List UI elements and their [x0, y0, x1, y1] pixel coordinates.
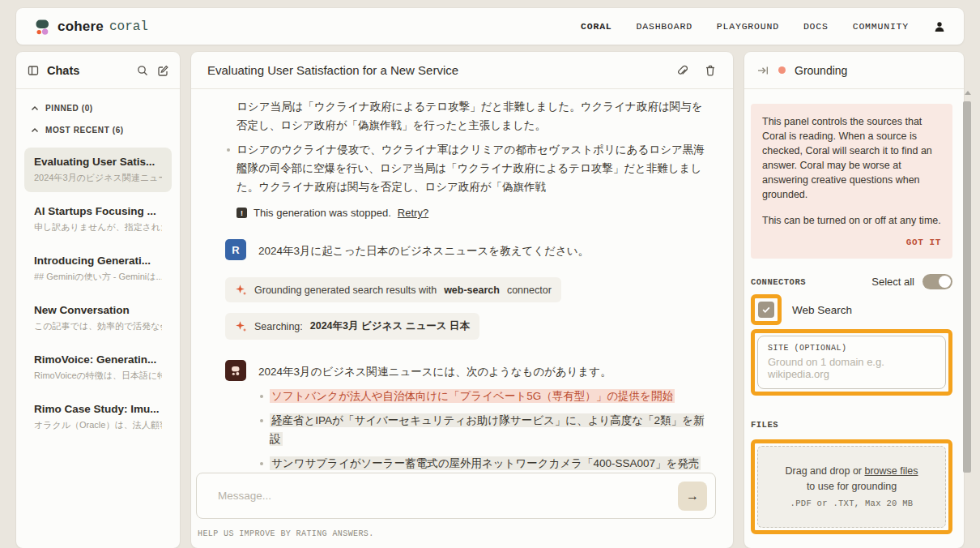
chat-item-subtitle: 2024年3月のビジネス関連ニュース...: [34, 172, 162, 184]
chat-item-title: RimoVoice: Generatin...: [34, 353, 162, 366]
trash-icon[interactable]: [704, 64, 717, 77]
truncated-message-list: ロシアのウクライナ侵攻で、ウクライナ軍はクリミアの都市セヴァストポリにあるロシア…: [225, 140, 714, 196]
cited-highlight[interactable]: ソフトバンクが法人や自治体向けに「プライベート5G（専有型）」の提供を開始: [270, 389, 675, 403]
chat-title: Evaluating User Satisfaction for a New S…: [207, 63, 658, 77]
section-pinned[interactable]: PINNED (0): [31, 104, 165, 113]
sparkle-icon: [235, 320, 247, 332]
dropzone-file-requirements: .PDF or .TXT, Max 20 MB: [765, 496, 939, 512]
grounding-tool-chip: Grounding generated search results with …: [225, 277, 561, 302]
chat-list-item[interactable]: New Conversation この記事では、効率的で活発な会...: [24, 296, 172, 340]
nav-docs[interactable]: DOCS: [803, 21, 829, 32]
section-label: MOST RECENT (6): [45, 126, 124, 135]
chat-list-item[interactable]: Rimo Case Study: Imu... オラクル（Oracle）は、法人…: [24, 395, 172, 439]
message-composer: →: [196, 473, 716, 519]
collapse-panel-icon[interactable]: [756, 64, 769, 77]
tool-text: Grounding generated search results with: [254, 285, 437, 296]
select-all-label: Select all: [871, 276, 914, 288]
chat-item-title: AI Startups Focusing ...: [34, 205, 162, 217]
tool-event-row: Grounding generated search results with …: [225, 277, 714, 302]
grounding-status-dot: [778, 66, 786, 74]
sidebar-title: Chats: [47, 64, 79, 77]
got-it-button[interactable]: GOT IT: [762, 235, 941, 250]
tool-connector-name: web-search: [444, 285, 500, 296]
coral-avatar-icon: [225, 360, 246, 381]
toggle-knob: [939, 276, 951, 288]
paperclip-icon[interactable]: [675, 64, 688, 77]
connectors-label: CONNECTORS: [751, 277, 806, 287]
select-all-toggle[interactable]: [922, 274, 952, 289]
assistant-bullet: 経産省とIPAが「サイバーセキュリティお助け隊サービス」に、より高度な「2類」を…: [258, 411, 714, 448]
chevron-up-icon: [31, 105, 39, 111]
info-paragraph: This panel controls the sources that Cor…: [762, 114, 941, 202]
scrollbar-up-arrow-icon[interactable]: [965, 91, 971, 95]
tool-text: connector: [507, 285, 552, 296]
assistant-bullet: サンワサプライがソーラー蓄電式の屋外用ネットワークカメラ「400-SSA007」…: [258, 454, 714, 473]
tool-text: Searching:: [254, 321, 303, 332]
truncated-message-continuation: ロシア当局は「ウクライナ政府によるテロ攻撃」だと非難しました。ウクライナ政府は関…: [236, 97, 714, 135]
site-input-placeholder: Ground on 1 domain e.g. wikipedia.org: [768, 356, 935, 380]
cohere-coral-logo[interactable]: cohere coral: [34, 18, 148, 36]
files-label: FILES: [751, 420, 952, 430]
info-paragraph: This can be turned on or off at any time…: [762, 213, 941, 228]
message-input[interactable]: [218, 490, 678, 502]
annotation-box-web-search-checkbox: [751, 294, 782, 325]
chat-header: Evaluating User Satisfaction for a New S…: [191, 52, 733, 89]
chat-item-subtitle: ## Geminiの使い方 - Geminiは...: [34, 271, 162, 283]
retry-link[interactable]: Retry?: [398, 207, 428, 219]
nav-playground[interactable]: PLAYGROUND: [717, 21, 779, 32]
cited-highlight[interactable]: サンワサプライがソーラー蓄電式の屋外用ネットワークカメラ「400-SSA007」…: [270, 456, 701, 470]
brand-name: cohere: [58, 19, 104, 35]
message-scroll-area[interactable]: ロシア当局は「ウクライナ政府によるテロ攻撃」だと非難しました。ウクライナ政府は関…: [191, 89, 733, 517]
rating-hint: HELP US IMPROVE BY RATING ANSWERS.: [198, 529, 374, 538]
chat-list-item[interactable]: Introducing Generati... ## Geminiの使い方 - …: [24, 246, 172, 291]
search-query: 2024年3月 ビジネス ニュース 日本: [310, 319, 470, 333]
dropzone-line2: to use for grounding: [765, 479, 939, 494]
searching-tool-chip: Searching: 2024年3月 ビジネス ニュース 日本: [225, 313, 479, 340]
site-input-label: SITE (OPTIONAL): [768, 344, 935, 353]
grounding-header: Grounding: [744, 52, 964, 89]
chat-list-item[interactable]: Evaluating User Satis... 2024年3月のビジネス関連ニ…: [24, 148, 172, 192]
web-search-checkbox[interactable]: [758, 302, 774, 318]
file-dropzone[interactable]: Drag and drop or browse files to use for…: [757, 446, 946, 528]
scrollbar-thumb[interactable]: [963, 101, 971, 473]
send-button[interactable]: →: [678, 482, 707, 511]
chat-list-item[interactable]: AI Startups Focusing ... 申し訳ありませんが、指定された…: [24, 197, 172, 242]
nav-coral[interactable]: CORAL: [581, 21, 612, 32]
assistant-bullet: ソフトバンクが法人や自治体向けに「プライベート5G（専有型）」の提供を開始: [258, 387, 714, 405]
user-message: R 2024年3月に起こった日本のビジネスニュースを教えてください。: [225, 239, 714, 260]
sidebar-header: Chats: [16, 52, 180, 89]
web-search-row: Web Search: [751, 294, 952, 325]
web-search-label: Web Search: [792, 304, 852, 316]
send-arrow-icon: →: [686, 489, 699, 503]
chat-item-title: Introducing Generati...: [34, 255, 162, 267]
truncated-message-bullet: ロシアのウクライナ侵攻で、ウクライナ軍はクリミアの都市セヴァストポリにあるロシア…: [225, 140, 714, 196]
stopped-text: This generation was stopped.: [254, 207, 391, 219]
site-input[interactable]: SITE (OPTIONAL) Ground on 1 domain e.g. …: [757, 336, 946, 389]
chat-panel: Evaluating User Satisfaction for a New S…: [191, 52, 733, 548]
section-label: PINNED (0): [45, 104, 93, 113]
cited-highlight[interactable]: 経産省とIPAが「サイバーセキュリティお助け隊サービス」に、より高度な「2類」を…: [270, 413, 704, 446]
user-icon[interactable]: [933, 20, 946, 33]
chat-item-title: Evaluating User Satis...: [34, 156, 162, 168]
annotation-box-file-dropzone: Drag and drop or browse files to use for…: [751, 439, 952, 534]
sidebar-toggle-icon[interactable]: [27, 64, 40, 77]
grounding-panel: Grounding This panel controls the source…: [744, 52, 964, 548]
nav-community[interactable]: COMMUNITY: [853, 21, 909, 32]
compose-icon[interactable]: [156, 64, 169, 77]
grounding-info-box: This panel controls the sources that Cor…: [751, 104, 952, 259]
chat-item-subtitle: オラクル（Oracle）は、法人顧客...: [34, 419, 162, 431]
user-avatar: R: [225, 239, 246, 260]
browse-files-link[interactable]: browse files: [865, 465, 918, 477]
search-icon[interactable]: [136, 64, 149, 77]
generation-stopped-notice: ! This generation was stopped. Retry?: [236, 207, 714, 219]
top-bar: cohere coral CORAL DASHBOARD PLAYGROUND …: [16, 8, 964, 45]
scrollbar[interactable]: [963, 91, 972, 548]
cohere-logo-icon: [34, 18, 52, 36]
chat-list-item[interactable]: RimoVoice: Generatin... RimoVoiceの特徴は、日本…: [24, 345, 172, 390]
nav-dashboard[interactable]: DASHBOARD: [637, 21, 692, 32]
stop-info-icon: !: [236, 208, 247, 218]
assistant-message: 2024年3月のビジネス関連ニュースには、次のようなものがあります。: [225, 360, 714, 381]
annotation-box-site-input: SITE (OPTIONAL) Ground on 1 domain e.g. …: [751, 329, 952, 396]
chat-item-subtitle: RimoVoiceの特徴は、日本語に特...: [34, 370, 162, 382]
section-most-recent[interactable]: MOST RECENT (6): [31, 126, 165, 135]
